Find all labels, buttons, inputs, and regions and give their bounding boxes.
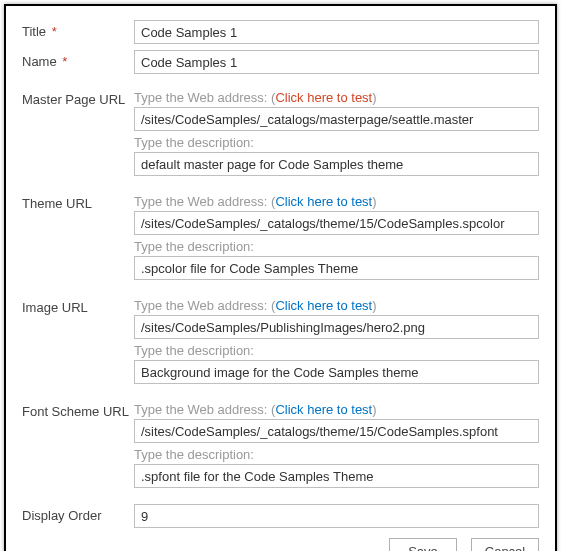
click-to-test-link[interactable]: Click here to test (275, 90, 372, 105)
hint-web-address-text: Type the Web address: (134, 194, 267, 209)
hint-web-address-text: Type the Web address: (134, 298, 267, 313)
title-input[interactable] (134, 20, 539, 44)
required-marker: * (62, 54, 67, 69)
button-row: Save Cancel (22, 538, 539, 551)
cancel-button[interactable]: Cancel (471, 538, 539, 551)
hint-web-address: Type the Web address: (Click here to tes… (134, 194, 539, 209)
hint-description: Type the description: (134, 239, 539, 254)
click-to-test-link[interactable]: Click here to test (275, 194, 372, 209)
image-desc-input[interactable] (134, 360, 539, 384)
row-master-page: Master Page URL Type the Web address: (C… (22, 88, 539, 178)
label-title-text: Title (22, 24, 46, 39)
theme-desc-input[interactable] (134, 256, 539, 280)
hint-description: Type the description: (134, 343, 539, 358)
display-order-input[interactable] (134, 504, 539, 528)
font-scheme-url-input[interactable] (134, 419, 539, 443)
hint-description: Type the description: (134, 135, 539, 150)
click-to-test-link[interactable]: Click here to test (275, 402, 372, 417)
label-image: Image URL (22, 296, 134, 315)
click-to-test-link[interactable]: Click here to test (275, 298, 372, 313)
master-page-desc-input[interactable] (134, 152, 539, 176)
required-marker: * (52, 24, 57, 39)
label-master-page: Master Page URL (22, 88, 134, 107)
row-display-order: Display Order (22, 504, 539, 528)
hint-web-address: Type the Web address: (Click here to tes… (134, 298, 539, 313)
font-scheme-desc-input[interactable] (134, 464, 539, 488)
row-name: Name * (22, 50, 539, 74)
label-name-text: Name (22, 54, 57, 69)
hint-web-address-text: Type the Web address: (134, 90, 267, 105)
master-page-url-input[interactable] (134, 107, 539, 131)
row-font-scheme: Font Scheme URL Type the Web address: (C… (22, 400, 539, 490)
theme-url-input[interactable] (134, 211, 539, 235)
row-title: Title * (22, 20, 539, 44)
name-input[interactable] (134, 50, 539, 74)
save-button[interactable]: Save (389, 538, 457, 551)
hint-web-address: Type the Web address: (Click here to tes… (134, 90, 539, 105)
row-theme: Theme URL Type the Web address: (Click h… (22, 192, 539, 282)
row-image: Image URL Type the Web address: (Click h… (22, 296, 539, 386)
hint-description: Type the description: (134, 447, 539, 462)
form-panel: Title * Name * Master Page URL Type the … (4, 4, 557, 551)
label-theme: Theme URL (22, 192, 134, 211)
label-font-scheme: Font Scheme URL (22, 400, 134, 419)
label-display-order: Display Order (22, 504, 134, 523)
hint-web-address-text: Type the Web address: (134, 402, 267, 417)
label-name: Name * (22, 50, 134, 69)
label-title: Title * (22, 20, 134, 39)
image-url-input[interactable] (134, 315, 539, 339)
hint-web-address: Type the Web address: (Click here to tes… (134, 402, 539, 417)
